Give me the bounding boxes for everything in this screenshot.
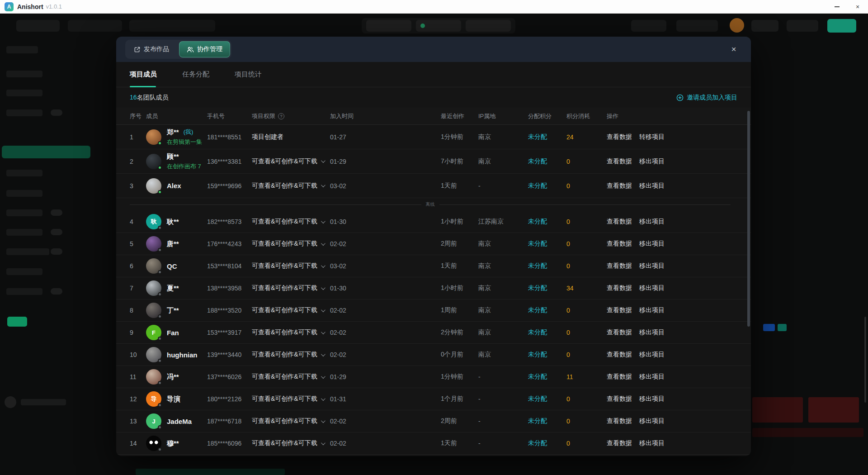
chevron-down-icon: [321, 396, 326, 401]
allocate-points-link[interactable]: 未分配: [528, 439, 566, 447]
member-cell: 唐**: [146, 236, 207, 252]
allocate-points-link[interactable]: 未分配: [528, 182, 566, 190]
permission-dropdown[interactable]: 可查看&可创作&可下载: [252, 439, 330, 447]
action-link[interactable]: 查看数据: [607, 182, 632, 190]
action-link[interactable]: 查看数据: [607, 373, 632, 381]
permission-value: 可查看&可创作&可下载: [252, 284, 317, 292]
invite-member-label: 邀请成员加入项目: [687, 94, 737, 102]
permission-dropdown[interactable]: 可查看&可创作&可下载: [252, 328, 330, 337]
app-version: v1.0.1: [46, 3, 62, 10]
action-link[interactable]: 查看数据: [607, 328, 632, 337]
modal-scrollbar-thumb[interactable]: [747, 111, 750, 327]
allocate-points-link[interactable]: 未分配: [528, 351, 566, 359]
action-link[interactable]: 移出项目: [639, 328, 665, 337]
action-link[interactable]: 查看数据: [607, 351, 632, 359]
permission-dropdown[interactable]: 可查看&可创作&可下载: [252, 351, 330, 359]
action-link[interactable]: 查看数据: [607, 240, 632, 248]
modal-close-button[interactable]: ×: [728, 44, 739, 55]
member-avatar: 导: [146, 391, 161, 407]
member-name: 夏**: [167, 284, 179, 293]
permission-dropdown[interactable]: 可查看&可创作&可下载: [252, 240, 330, 248]
recent-activity: 2分钟前: [441, 328, 478, 337]
permission-dropdown[interactable]: 可查看&可创作&可下载: [252, 262, 330, 270]
window-close-button[interactable]: ×: [847, 0, 868, 14]
join-date: 01-27: [330, 133, 441, 141]
permission-value: 项目创建者: [252, 133, 283, 141]
action-link[interactable]: 查看数据: [607, 157, 632, 166]
action-link[interactable]: 移出项目: [639, 240, 665, 248]
permission-dropdown[interactable]: 可查看&可创作&可下载: [252, 395, 330, 403]
action-link[interactable]: 移出项目: [639, 395, 665, 403]
join-date: 01-29: [330, 373, 441, 380]
allocate-points-link[interactable]: 未分配: [528, 218, 566, 226]
permission-dropdown[interactable]: 可查看&可创作&可下载: [252, 373, 330, 381]
offline-dot: [158, 359, 162, 362]
action-link[interactable]: 转移项目: [639, 133, 665, 141]
action-link[interactable]: 移出项目: [639, 157, 665, 166]
member-name-line: Alex: [167, 182, 181, 190]
action-link[interactable]: 移出项目: [639, 439, 665, 447]
member-row: 9FFan153****3917可查看&可创作&可下载02-022分钟前南京未分…: [116, 322, 751, 344]
tab-stats[interactable]: 项目统计: [235, 62, 262, 87]
action-link[interactable]: 查看数据: [607, 284, 632, 292]
row-index: 11: [130, 373, 146, 380]
points-consumed: 0: [566, 240, 607, 247]
publish-work-button[interactable]: 发布作品: [127, 41, 176, 57]
action-link[interactable]: 移出项目: [639, 262, 665, 270]
allocate-points-link[interactable]: 未分配: [528, 328, 566, 337]
allocate-points-link[interactable]: 未分配: [528, 284, 566, 292]
member-row: 3Alex159****9696可查看&可创作&可下载03-021天前-未分配0…: [116, 174, 751, 198]
allocate-points-link[interactable]: 未分配: [528, 306, 566, 314]
permission-dropdown[interactable]: 可查看&可创作&可下载: [252, 417, 330, 425]
member-cell: 丁**: [146, 303, 207, 318]
action-link[interactable]: 查看数据: [607, 395, 632, 403]
row-index: 8: [130, 307, 146, 314]
allocate-points-link[interactable]: 未分配: [528, 395, 566, 403]
bg-nav-pill: [787, 20, 818, 32]
action-link[interactable]: 移出项目: [639, 218, 665, 226]
action-link[interactable]: 移出项目: [639, 373, 665, 381]
collab-manage-button[interactable]: 协作管理: [179, 41, 230, 57]
action-link[interactable]: 查看数据: [607, 417, 632, 425]
summary-row: 16名团队成员 邀请成员加入项目: [116, 87, 751, 108]
points-consumed: 0: [566, 262, 607, 270]
action-link[interactable]: 查看数据: [607, 218, 632, 226]
row-index: 12: [130, 395, 146, 403]
member-row: 8丁**188****3520可查看&可创作&可下载02-021周前南京未分配0…: [116, 299, 751, 322]
member-name: Alex: [167, 182, 181, 190]
action-link[interactable]: 查看数据: [607, 262, 632, 270]
action-link[interactable]: 查看数据: [607, 133, 632, 141]
allocate-points-link[interactable]: 未分配: [528, 262, 566, 270]
invite-member-button[interactable]: 邀请成员加入项目: [676, 94, 737, 102]
action-link[interactable]: 移出项目: [639, 182, 665, 190]
action-link[interactable]: 查看数据: [607, 439, 632, 447]
allocate-points-link[interactable]: 未分配: [528, 240, 566, 248]
bg-nav-pill: [129, 20, 215, 32]
bg-nav-pill: [631, 20, 666, 32]
action-link[interactable]: 移出项目: [639, 284, 665, 292]
allocate-points-link[interactable]: 未分配: [528, 417, 566, 425]
action-link[interactable]: 查看数据: [607, 306, 632, 314]
permission-dropdown[interactable]: 可查看&可创作&可下载: [252, 182, 330, 190]
tab-members[interactable]: 项目成员: [130, 62, 157, 87]
allocate-points-link[interactable]: 未分配: [528, 373, 566, 381]
tab-tasks[interactable]: 任务分配: [182, 62, 209, 87]
chevron-down-icon: [321, 158, 326, 163]
row-actions: 查看数据移出项目: [607, 373, 731, 381]
allocate-points-link[interactable]: 未分配: [528, 133, 566, 141]
bg-chip: [763, 324, 775, 331]
member-table-body: 1郑**(我)在剪辑第一集181****8551项目创建者01-271分钟前南京…: [116, 125, 751, 455]
bg-sidebar-row: [6, 288, 42, 295]
permission-dropdown[interactable]: 可查看&可创作&可下载: [252, 306, 330, 314]
permission-dropdown[interactable]: 可查看&可创作&可下载: [252, 284, 330, 292]
window-minimize-button[interactable]: [826, 0, 847, 14]
action-link[interactable]: 移出项目: [639, 417, 665, 425]
permission-dropdown[interactable]: 可查看&可创作&可下载: [252, 157, 330, 166]
member-text: 顾**在创作画布 7: [167, 152, 201, 171]
bg-sidebar-badge: [51, 229, 62, 235]
allocate-points-link[interactable]: 未分配: [528, 157, 566, 166]
action-link[interactable]: 移出项目: [639, 351, 665, 359]
permission-dropdown[interactable]: 可查看&可创作&可下载: [252, 218, 330, 226]
external-link-icon: [134, 46, 141, 53]
action-link[interactable]: 移出项目: [639, 306, 665, 314]
